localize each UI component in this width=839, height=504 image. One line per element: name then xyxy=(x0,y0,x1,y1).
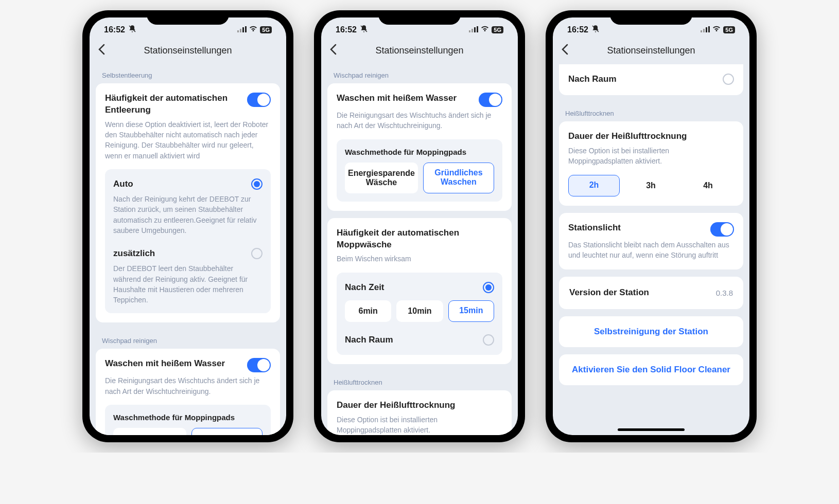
svg-rect-1 xyxy=(237,30,239,32)
page-title: Stationseinstellungen xyxy=(329,45,510,56)
hot-wash-toggle[interactable] xyxy=(479,93,502,107)
phone-frame-2: 16:52 5G Stationseinstellungen Wischpad … xyxy=(314,10,525,442)
screen-3: 16:52 5G Stationseinstellungen Nach Raum… xyxy=(553,17,749,435)
network-badge: 5G xyxy=(260,26,272,33)
section-mop-clean: Wischpad reinigen xyxy=(327,64,512,83)
wash-energy-saving[interactable]: Energiesparende Wäsche xyxy=(345,163,418,193)
extra-option-desc: Der DEEBOT leert den Staubbehälter währe… xyxy=(113,263,263,305)
auto-radio[interactable] xyxy=(251,178,263,190)
header: Stationseinstellungen xyxy=(90,39,286,64)
wifi-icon xyxy=(249,25,258,34)
auto-empty-card: Häufigkeit der automatischen Entleerung … xyxy=(96,83,280,322)
notch xyxy=(147,10,229,25)
wash-thorough[interactable]: Gründliches xyxy=(191,428,263,435)
content-3[interactable]: Nach Raum Heißlufttrocknen Dauer der Hei… xyxy=(553,64,749,435)
svg-rect-12 xyxy=(703,29,705,32)
screen-1: 16:52 5G Stationseinstellungen Selbstent… xyxy=(90,17,286,435)
back-button[interactable] xyxy=(329,44,337,58)
time-10min[interactable]: 10min xyxy=(396,300,443,322)
svg-rect-13 xyxy=(706,27,707,32)
wash-energy-saving[interactable]: Energiesparende xyxy=(113,428,186,435)
svg-rect-14 xyxy=(708,26,710,32)
by-time-radio[interactable] xyxy=(483,282,494,293)
wash-method-label: Waschmethode für Moppingpads xyxy=(113,413,263,422)
wash-thorough[interactable]: Gründliches Waschen xyxy=(423,163,494,193)
auto-option-desc: Nach der Reinigung kehrt der DEEBOT zur … xyxy=(113,194,263,236)
version-label: Version der Station xyxy=(569,287,649,299)
back-button[interactable] xyxy=(561,44,568,58)
svg-rect-4 xyxy=(245,26,247,32)
mop-freq-desc: Beim Wischen wirksam xyxy=(337,254,502,264)
hot-wash-title: Waschen mit heißem Wasser xyxy=(337,93,457,104)
signal-icon xyxy=(237,25,247,34)
svg-rect-7 xyxy=(471,29,473,32)
wash-method-label: Waschmethode für Moppingpads xyxy=(345,148,494,156)
station-light-toggle[interactable] xyxy=(710,222,734,237)
status-time: 16:52 xyxy=(336,25,357,34)
mop-freq-title: Häufigkeit der automatischen Moppwäsche xyxy=(337,227,502,251)
station-version-row[interactable]: Version der Station 0.3.8 xyxy=(559,277,743,309)
svg-rect-11 xyxy=(701,30,702,32)
home-indicator[interactable] xyxy=(618,428,685,431)
self-clean-button[interactable]: Selbstreinigung der Station xyxy=(559,316,743,347)
by-room-radio[interactable] xyxy=(483,334,494,346)
by-room-radio[interactable] xyxy=(723,74,734,85)
by-room-label: Nach Raum xyxy=(345,335,393,345)
by-room-label: Nach Raum xyxy=(568,74,617,84)
time-6min[interactable]: 6min xyxy=(345,300,391,322)
wifi-icon xyxy=(712,25,721,34)
extra-radio[interactable] xyxy=(251,248,263,259)
signal-icon xyxy=(701,25,710,34)
dry-2h[interactable]: 2h xyxy=(568,175,620,196)
hot-wash-card: Waschen mit heißem Wasser Die Reinigungs… xyxy=(96,349,280,435)
notch xyxy=(378,10,461,25)
hot-wash-title: Waschen mit heißem Wasser xyxy=(105,358,225,370)
station-light-title: Stationslicht xyxy=(568,222,621,234)
auto-empty-desc: Wenn diese Option deaktiviert ist, leert… xyxy=(105,119,271,161)
signal-icon xyxy=(469,25,478,34)
page-title: Stationseinstellungen xyxy=(98,45,278,56)
phone-frame-1: 16:52 5G Stationseinstellungen Selbstent… xyxy=(82,10,293,442)
section-dry: Heißlufttrocknen xyxy=(559,102,743,121)
back-button[interactable] xyxy=(98,44,105,58)
hot-wash-toggle[interactable] xyxy=(247,358,271,372)
status-time: 16:52 xyxy=(104,25,125,34)
svg-rect-2 xyxy=(240,29,241,32)
bell-muted-icon xyxy=(360,25,368,35)
svg-rect-6 xyxy=(469,30,470,32)
header: Stationseinstellungen xyxy=(321,39,518,64)
auto-empty-toggle[interactable] xyxy=(247,93,271,107)
dry-4h[interactable]: 4h xyxy=(682,175,734,196)
phone-frame-3: 16:52 5G Stationseinstellungen Nach Raum… xyxy=(546,10,757,442)
notch xyxy=(610,10,692,25)
by-time-label: Nach Zeit xyxy=(345,282,384,293)
dry-title: Dauer der Heißlufttrocknung xyxy=(337,400,502,411)
wash-method-group: Waschmethode für Moppingpads Energiespar… xyxy=(105,405,271,435)
content-1[interactable]: Selbstentleerung Häufigkeit der automati… xyxy=(90,64,286,435)
dry-desc: Diese Option ist bei installierten Moppi… xyxy=(337,415,502,435)
version-value: 0.3.8 xyxy=(716,289,733,297)
time-15min[interactable]: 15min xyxy=(448,300,494,322)
mop-freq-card: Häufigkeit der automatischen Moppwäsche … xyxy=(327,218,512,364)
section-self-empty: Selbstentleerung xyxy=(96,64,280,83)
dry-options: 2h 3h 4h xyxy=(568,175,734,196)
section-dry: Heißlufttrocknen xyxy=(327,371,512,390)
section-mop-clean: Wischpad reinigen xyxy=(96,330,280,349)
network-badge: 5G xyxy=(492,26,503,33)
mop-freq-options: Nach Zeit 6min 10min 15min Nach Raum xyxy=(337,273,502,355)
station-light-card: Stationslicht Das Stationslicht bleibt n… xyxy=(559,213,743,270)
dry-3h[interactable]: 3h xyxy=(625,175,677,196)
extra-option-title: zusätzlich xyxy=(113,248,155,259)
svg-rect-3 xyxy=(242,27,244,32)
svg-rect-8 xyxy=(474,27,476,32)
status-time: 16:52 xyxy=(567,25,588,34)
auto-option[interactable]: Auto Nach der Reinigung kehrt der DEEBOT… xyxy=(105,169,271,313)
svg-rect-9 xyxy=(477,26,478,32)
content-2[interactable]: Wischpad reinigen Waschen mit heißem Was… xyxy=(321,64,518,435)
network-badge: 5G xyxy=(723,26,735,33)
screen-2: 16:52 5G Stationseinstellungen Wischpad … xyxy=(321,17,518,435)
dry-card: Dauer der Heißlufttrocknung Diese Option… xyxy=(559,121,743,206)
header: Stationseinstellungen xyxy=(553,39,749,64)
activate-solid-cleaner-button[interactable]: Aktivieren Sie den Solid Floor Cleaner xyxy=(559,354,743,385)
hot-wash-card: Waschen mit heißem Wasser Die Reinigungs… xyxy=(327,83,512,211)
